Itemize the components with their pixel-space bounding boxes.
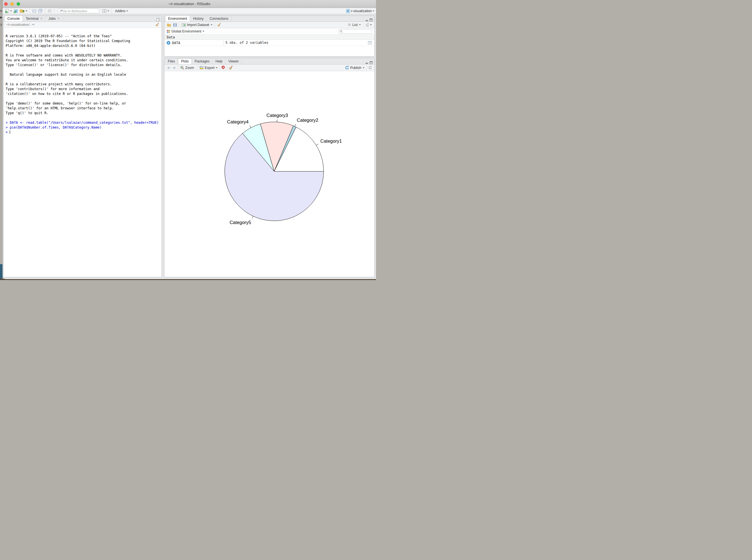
view-table-icon[interactable]	[368, 41, 372, 45]
import-dataset-label: Import Dataset	[187, 23, 209, 27]
working-directory: ~/r-visualization/	[6, 23, 29, 26]
global-environment-selector[interactable]: Global Environment	[171, 29, 201, 33]
refresh-plots-icon[interactable]	[368, 66, 372, 69]
maximize-pane-icon[interactable]	[369, 61, 372, 64]
load-workspace-button[interactable]	[166, 22, 172, 28]
print-button[interactable]	[47, 8, 53, 14]
pane-layout-button[interactable]	[101, 8, 110, 14]
remove-plot-icon[interactable]	[222, 65, 226, 70]
main-toolbar: R Addins R r	[3, 8, 376, 14]
addins-menu[interactable]: Addins	[113, 8, 129, 14]
pie-label-tick	[316, 144, 318, 145]
save-all-button[interactable]	[37, 8, 43, 14]
tab-history[interactable]: History	[190, 16, 206, 21]
export-plot-button[interactable]: Export	[199, 65, 219, 71]
goto-file-box[interactable]	[58, 8, 99, 13]
print-icon	[47, 9, 52, 13]
minimize-pane-icon[interactable]	[365, 61, 368, 64]
zoom-plot-button[interactable]: Zoom	[179, 65, 196, 71]
project-cube-icon: R	[346, 9, 350, 13]
forward-plot-icon[interactable]	[172, 66, 176, 69]
pie-label: Category4	[227, 119, 249, 124]
refresh-icon	[366, 23, 369, 27]
import-dataset-button[interactable]: Import Dataset	[181, 22, 213, 28]
minimize-pane-icon[interactable]	[365, 19, 368, 21]
clear-environment-icon	[217, 23, 221, 27]
open-folder-icon	[20, 9, 25, 13]
open-folder-icon	[167, 23, 171, 27]
tab-help[interactable]: Help	[213, 58, 226, 64]
new-project-button[interactable]: R	[13, 8, 19, 14]
plots-pane: Files Plots Packages Help Viewer Zoom Ex…	[164, 58, 374, 277]
open-file-button[interactable]	[19, 8, 28, 14]
tab-terminal[interactable]: Terminal✕	[23, 16, 46, 21]
tab-jobs[interactable]: Jobs✕	[46, 16, 63, 21]
environment-scope-row: Global Environment	[164, 28, 374, 35]
pie-label: Category1	[320, 138, 342, 143]
chevron-down-icon	[370, 24, 372, 25]
pie-label: Category2	[297, 118, 318, 123]
console-path-row: ~/r-visualization/	[4, 22, 162, 28]
console-output[interactable]: R version 3.6.1 (2019-07-05) -- "Action …	[4, 28, 162, 277]
export-image-icon	[200, 66, 204, 69]
chevron-down-icon	[372, 11, 374, 12]
project-menu[interactable]: R r-visualization	[346, 9, 374, 13]
pie-chart: Category1Category2Category3Category4Cate…	[164, 71, 374, 277]
import-dataset-icon	[182, 23, 186, 27]
tab-viewer[interactable]: Viewer	[225, 58, 242, 64]
addins-label: Addins	[115, 9, 125, 13]
tab-connections[interactable]: Connections	[207, 16, 232, 21]
tab-packages[interactable]: Packages	[192, 58, 213, 64]
list-view-label: List	[352, 23, 358, 27]
desktop-background	[0, 264, 3, 279]
save-all-icon	[38, 9, 43, 13]
chevron-down-icon	[363, 67, 364, 68]
goto-arrow-icon	[59, 9, 63, 13]
save-workspace-button[interactable]	[172, 22, 178, 28]
plots-toolbar: Zoom Export Publish	[164, 64, 374, 71]
goto-directory-icon[interactable]	[31, 23, 35, 26]
desktop-artifact: y	[0, 23, 2, 26]
chevron-down-icon	[26, 11, 27, 12]
chevron-down-icon	[126, 11, 128, 12]
plots-tabstrip: Files Plots Packages Help Viewer	[164, 58, 374, 64]
clear-environment-button[interactable]	[217, 22, 222, 28]
back-plot-icon[interactable]	[167, 66, 170, 69]
list-view-button[interactable]: List	[347, 22, 362, 28]
pie-label: Category3	[266, 113, 288, 118]
project-label: r-visualization	[351, 9, 372, 13]
zoom-icon	[180, 66, 184, 70]
environment-search-box[interactable]	[339, 29, 372, 34]
export-plot-label: Export	[205, 66, 215, 70]
list-icon	[348, 23, 351, 26]
environment-object-row[interactable]: DATA 5 obs. of 2 variables	[164, 40, 374, 46]
tab-files[interactable]: Files	[165, 58, 178, 64]
publish-button[interactable]: Publish	[344, 65, 365, 71]
new-file-button[interactable]	[4, 8, 13, 14]
expand-object-icon[interactable]	[167, 41, 170, 45]
pie-label: Category5	[230, 220, 251, 225]
new-file-icon	[5, 9, 9, 13]
environment-pane: Environment History Connections Import D…	[164, 16, 374, 57]
tab-console[interactable]: Console	[4, 16, 23, 21]
search-icon	[340, 30, 343, 33]
goto-file-input[interactable]	[63, 9, 96, 13]
maximize-pane-icon[interactable]	[369, 18, 372, 21]
rstudio-window: ~/r-visualization - RStudio R	[3, 0, 376, 279]
save-button[interactable]	[32, 8, 37, 14]
clear-console-icon[interactable]	[155, 23, 159, 26]
environment-toolbar: Import Dataset List	[164, 22, 374, 28]
environment-tabstrip: Environment History Connections	[164, 16, 374, 22]
console-tabstrip: Console Terminal✕ Jobs✕	[4, 16, 162, 22]
tab-environment[interactable]: Environment	[165, 16, 190, 21]
desktop-artifact: ●	[0, 16, 2, 19]
close-icon[interactable]: ✕	[57, 17, 60, 20]
pie-label-tick	[252, 216, 253, 218]
maximize-pane-icon[interactable]	[156, 18, 160, 21]
clear-plots-icon[interactable]	[229, 65, 233, 70]
environment-search-input[interactable]	[343, 30, 371, 33]
close-icon[interactable]: ✕	[40, 17, 42, 20]
refresh-environment-button[interactable]	[365, 22, 372, 28]
save-icon	[32, 9, 36, 13]
tab-plots[interactable]: Plots	[178, 58, 192, 64]
